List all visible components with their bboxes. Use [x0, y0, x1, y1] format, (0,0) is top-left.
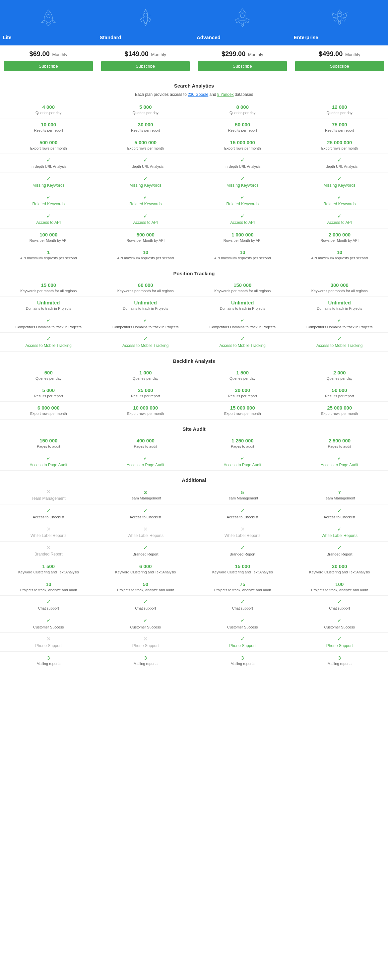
feature-label: Chat support: [329, 606, 350, 610]
feature-row: 1 500 Keyword Clustering and Text Analys…: [0, 560, 388, 578]
feature-cell: Unlimited Domains to track in Projects: [291, 296, 388, 314]
feature-row: ✕ Phone Support ✕ Phone Support ✓ Phone …: [0, 633, 388, 651]
feature-cell: ✓ Access to Page Audit: [291, 452, 388, 471]
feature-row: Unlimited Domains to track in Projects U…: [0, 296, 388, 314]
check-icon: ✓: [337, 336, 342, 342]
feature-cell: 1 500 Queries per day: [194, 366, 291, 384]
feature-cell: ✓ Competitors Domains to track in Projec…: [97, 314, 194, 332]
feature-value: 7: [294, 489, 385, 496]
feature-cell: 15 000 000 Export rows per month: [194, 136, 291, 154]
plan-price-enterprise: $499.00: [319, 50, 343, 57]
check-icon: ✓: [143, 336, 148, 342]
feature-cell: 50 000 Results per report: [291, 384, 388, 402]
feature-value: 100: [294, 581, 385, 588]
feature-cell: ✓ Branded Report: [291, 541, 388, 560]
feature-value: 12 000: [294, 103, 385, 110]
section-title-row: Additional: [0, 471, 388, 486]
check-icon: ✓: [143, 599, 148, 605]
plan-pricing-enterprise: $499.00 Monthly Subscribe: [291, 45, 388, 76]
plan-name-enterprise: Enterprise: [294, 35, 386, 40]
feature-cell: ✓ Access to Checklist: [194, 504, 291, 523]
feature-cell: ✓ Missing Keywords: [97, 172, 194, 191]
feature-value: 400 000: [100, 437, 191, 444]
feature-cell: ✓ Customer Success: [291, 614, 388, 633]
feature-label: Export rows per month: [294, 411, 385, 416]
subscribe-button-standard[interactable]: Subscribe: [101, 61, 190, 71]
feature-label: White Label Reports: [30, 533, 67, 538]
feature-value: 3: [294, 654, 385, 661]
feature-label: Keywords per month for all regions: [197, 288, 288, 293]
check-icon: ✓: [240, 317, 245, 323]
check-icon: ✓: [337, 526, 342, 532]
feature-label: Rows per Month by API: [294, 238, 385, 243]
feature-value: 10: [294, 249, 385, 256]
check-icon: ✓: [240, 617, 245, 623]
subscribe-button-enterprise[interactable]: Subscribe: [295, 61, 384, 71]
feature-label: Mailing reports: [197, 661, 288, 666]
check-icon: ✓: [240, 194, 245, 200]
feature-cell: 5 000 Results per report: [0, 384, 97, 402]
feature-value: 50 000: [294, 387, 385, 394]
svg-point-0: [47, 14, 51, 18]
feature-cell: ✓ Competitors Domains to track in Projec…: [291, 314, 388, 332]
plan-period-enterprise: Monthly: [345, 52, 361, 57]
feature-cell: 5 Team Management: [194, 485, 291, 504]
feature-cell: 30 000 Results per report: [97, 118, 194, 136]
plan-pricing-lite: $69.00 Monthly Subscribe: [0, 45, 97, 76]
check-icon: ✓: [143, 317, 148, 323]
feature-label: Mailing reports: [100, 661, 191, 666]
plan-price-standard: $149.00: [125, 50, 149, 57]
feature-label: Pages to audit: [197, 444, 288, 449]
check-icon: ✓: [46, 213, 51, 219]
feature-cell: ✓ Chat support: [194, 595, 291, 614]
feature-label: Related Keywords: [226, 202, 259, 206]
feature-value: 500 000: [100, 231, 191, 238]
feature-label: White Label Reports: [224, 533, 261, 538]
check-icon: ✓: [46, 336, 51, 342]
feature-cell: Unlimited Domains to track in Projects: [194, 296, 291, 314]
feature-value: Unlimited: [37, 300, 60, 305]
feature-cell: 1 000 000 Rows per Month by API: [194, 228, 291, 246]
feature-label: Results per report: [197, 394, 288, 399]
subscribe-button-advanced[interactable]: Subscribe: [198, 61, 287, 71]
check-icon: ✓: [337, 599, 342, 605]
plan-header-advanced: Advanced: [194, 0, 291, 45]
plan-icon-standard: [100, 5, 192, 32]
check-icon: ✓: [240, 599, 245, 605]
feature-value: 15 000: [3, 282, 94, 288]
feature-cell: 500 000 Export rows per month: [0, 136, 97, 154]
feature-cell: 12 000 Queries per day: [291, 101, 388, 118]
feature-label: Access to Checklist: [324, 515, 355, 519]
check-icon: ✓: [337, 317, 342, 323]
feature-row: ✕ Branded Report ✓ Branded Report ✓ Bran…: [0, 541, 388, 560]
feature-label: Pages to audit: [100, 444, 191, 449]
feature-label: Queries per day: [100, 110, 191, 115]
feature-label: Keyword Clustering and Text Analysis: [197, 570, 288, 575]
feature-label: API maximum requests per second: [100, 256, 191, 261]
feature-cell: ✓ Access to Mobile Tracking: [97, 332, 194, 351]
section-title: Search Analytics: [0, 76, 388, 91]
feature-cell: 2 500 000 Pages to audit: [291, 434, 388, 452]
feature-label: Branded Report: [229, 552, 255, 556]
feature-value: 6 000: [100, 563, 191, 570]
feature-value: 15 000: [197, 563, 288, 570]
feature-label: Queries per day: [3, 110, 94, 115]
feature-cell: 3 Mailing reports: [97, 651, 194, 669]
feature-cell: 7 Team Management: [291, 485, 388, 504]
feature-value: 10: [100, 249, 191, 256]
check-icon: ✓: [143, 617, 148, 623]
feature-label: API maximum requests per second: [3, 256, 94, 261]
subscribe-button-lite[interactable]: Subscribe: [4, 61, 93, 71]
check-icon: ✓: [46, 455, 51, 461]
plan-icon-advanced: [197, 5, 288, 32]
feature-row: 150 000 Pages to audit 400 000 Pages to …: [0, 434, 388, 452]
feature-value: 10: [197, 249, 288, 256]
feature-value: 25 000: [100, 387, 191, 394]
feature-cell: ✓ Chat support: [97, 595, 194, 614]
feature-row: 15 000 Keywords per month for all region…: [0, 279, 388, 296]
check-icon: ✓: [337, 508, 342, 513]
feature-value: 3: [197, 654, 288, 661]
feature-label: Export rows per month: [3, 146, 94, 151]
feature-cell: ✓ Missing Keywords: [291, 172, 388, 191]
feature-label: Keywords per month for all regions: [294, 288, 385, 293]
